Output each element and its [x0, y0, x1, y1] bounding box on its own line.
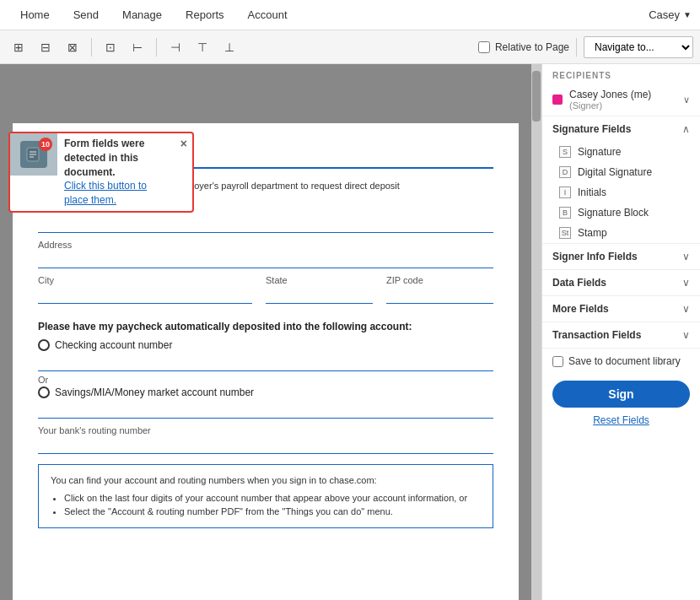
popup-close-btn[interactable]: ×: [180, 137, 187, 150]
toolbar-btn-7[interactable]: ⊤: [191, 35, 214, 59]
recipient-dot: [552, 95, 563, 105]
popup-badge: 10: [39, 138, 52, 151]
signature-fields-chevron: ∧: [682, 123, 690, 135]
recipients-label: RECIPIENTS: [542, 64, 700, 84]
recipient-name: Casey Jones (me): [569, 89, 651, 100]
customer-name-input[interactable]: [38, 216, 493, 233]
popup-icon: 10: [20, 141, 47, 168]
state-field: State: [266, 275, 373, 304]
user-name: Casey: [649, 8, 680, 21]
right-panel: RECIPIENTS Casey Jones (me) (Signer) ∨ S…: [541, 64, 700, 600]
doc-scroll-inner: 10 × Form fields were detected in this d…: [0, 123, 531, 600]
transaction-fields-header[interactable]: Transaction Fields ∨: [542, 322, 700, 348]
nav-user[interactable]: Casey ▼: [649, 8, 692, 21]
doc-vscroll[interactable]: [531, 64, 541, 600]
reset-fields-link[interactable]: Reset Fields: [542, 411, 700, 433]
signature-fields-content: S Signature D Digital Signature I Initia…: [542, 142, 700, 243]
popup-text-action[interactable]: Click this button to place them.: [64, 180, 147, 206]
sig-field-block[interactable]: B Signature Block: [542, 203, 700, 223]
data-fields-title: Data Fields: [552, 277, 606, 289]
city-state-zip-row: City State ZIP code: [38, 275, 493, 311]
state-label: State: [266, 275, 373, 285]
savings-radio[interactable]: [38, 386, 50, 398]
transaction-fields-title: Transaction Fields: [552, 329, 641, 341]
sig-field-signature[interactable]: S Signature: [542, 142, 700, 162]
recipient-chevron[interactable]: ∨: [683, 95, 690, 105]
state-input[interactable]: [266, 287, 373, 304]
address-field: Address: [38, 240, 493, 268]
popup-text-bold: Form fields were detected in this docume…: [64, 138, 144, 178]
signer-info-header[interactable]: Signer Info Fields ∨: [542, 244, 700, 269]
city-field: City: [38, 275, 252, 304]
checking-radio[interactable]: [38, 339, 50, 351]
more-fields-section: More Fields ∨: [542, 296, 700, 322]
toolbar-btn-5[interactable]: ⊢: [126, 35, 149, 59]
toolbar: ⊞ ⊟ ⊠ ⊡ ⊢ ⊣ ⊤ ⊥ Relative to Page Navigat…: [0, 30, 700, 64]
sig-field-initials[interactable]: I Initials: [542, 182, 700, 203]
info-bullet-1: Click on the last four digits of your ac…: [64, 491, 481, 505]
save-checkbox[interactable]: [552, 356, 563, 367]
top-nav: Home Send Manage Reports Account Casey ▼: [0, 0, 700, 30]
city-input[interactable]: [38, 287, 252, 304]
sign-button[interactable]: Sign: [552, 381, 690, 408]
recipients-section: RECIPIENTS Casey Jones (me) (Signer) ∨: [542, 64, 700, 116]
stamp-field-icon: St: [559, 227, 571, 239]
digital-sig-field-icon: D: [559, 166, 571, 178]
routing-label: Your bank's routing number: [38, 425, 493, 435]
signature-field-icon: S: [559, 146, 571, 158]
recipient-item[interactable]: Casey Jones (me) (Signer) ∨: [542, 84, 700, 116]
toolbar-btn-8[interactable]: ⊥: [218, 35, 241, 59]
relative-to-page-checkbox[interactable]: [478, 41, 490, 53]
or-text: Or: [38, 375, 493, 385]
toolbar-sep-2: [156, 38, 157, 57]
toolbar-btn-1[interactable]: ⊞: [7, 35, 30, 59]
nav-reports[interactable]: Reports: [174, 0, 236, 30]
transaction-fields-chevron: ∨: [682, 329, 690, 341]
nav-account[interactable]: Account: [236, 0, 299, 30]
data-fields-header[interactable]: Data Fields ∨: [542, 270, 700, 295]
popup-message: Form fields were detected in this docume…: [64, 137, 169, 208]
routing-line: [38, 437, 493, 454]
popup-icon-area[interactable]: 10: [10, 133, 57, 176]
zip-label: ZIP code: [386, 275, 493, 285]
nav-send[interactable]: Send: [62, 0, 110, 30]
nav-items: Home Send Manage Reports Account: [8, 0, 649, 30]
more-fields-header[interactable]: More Fields ∨: [542, 296, 700, 322]
toolbar-btn-4[interactable]: ⊡: [99, 35, 122, 59]
save-label: Save to document library: [568, 355, 681, 367]
signer-info-section: Signer Info Fields ∨: [542, 244, 700, 270]
sig-field-digital[interactable]: D Digital Signature: [542, 162, 700, 182]
sig-field-stamp[interactable]: St Stamp: [542, 223, 700, 243]
save-to-lib-area: Save to document library: [542, 349, 700, 374]
recipient-role: (Signer): [569, 100, 651, 111]
paycheck-label: Please have my paycheck automatically de…: [38, 321, 493, 332]
zip-field: ZIP code: [386, 275, 493, 304]
user-caret: ▼: [683, 10, 692, 19]
main-area: 10 × Form fields were detected in this d…: [0, 64, 700, 600]
sig-field-block-label: Signature Block: [578, 207, 649, 219]
address-label: Address: [38, 240, 493, 250]
signer-info-chevron: ∨: [682, 251, 690, 262]
address-input[interactable]: [38, 251, 493, 268]
more-fields-chevron: ∨: [682, 303, 690, 315]
zip-input[interactable]: [386, 287, 493, 304]
sig-field-signature-label: Signature: [578, 146, 621, 158]
checking-label: Checking account number: [55, 339, 172, 351]
info-bullets: Click on the last four digits of your ac…: [64, 491, 481, 519]
toolbar-sep-1: [91, 38, 92, 57]
doc-area[interactable]: 10 × Form fields were detected in this d…: [0, 64, 531, 600]
nav-home[interactable]: Home: [8, 0, 62, 30]
transaction-fields-section: Transaction Fields ∨: [542, 322, 700, 349]
doc-vscroll-thumb[interactable]: [532, 71, 541, 122]
signature-fields-header[interactable]: Signature Fields ∧: [542, 116, 700, 142]
nav-manage[interactable]: Manage: [110, 0, 174, 30]
navigate-select[interactable]: Navigate to...: [584, 36, 693, 58]
more-fields-title: More Fields: [552, 303, 609, 315]
recipient-info: Casey Jones (me) (Signer): [569, 89, 651, 111]
toolbar-btn-2[interactable]: ⊟: [34, 35, 57, 59]
info-bullet-2: Select the "Account & routing number PDF…: [64, 505, 481, 519]
toolbar-btn-6[interactable]: ⊣: [164, 35, 187, 59]
signature-fields-section: Signature Fields ∧ S Signature D Digital…: [542, 116, 700, 244]
savings-label: Savings/MIA/Money market account number: [55, 386, 254, 398]
toolbar-btn-3[interactable]: ⊠: [61, 35, 84, 59]
